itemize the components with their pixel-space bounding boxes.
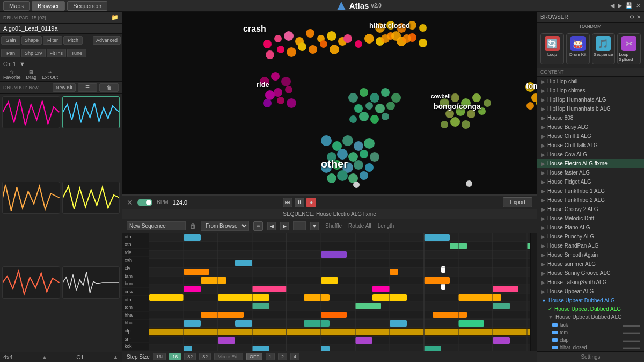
shpcrv-btn[interactable]: Shp Crv [21, 49, 46, 57]
ct-sequence-btn[interactable]: 🎵 Sequence [592, 33, 616, 64]
kit-item-tom[interactable]: tom ▬▬▬▬ [537, 329, 644, 336]
list-item[interactable]: ▶Hip Hop chimes [537, 86, 644, 95]
kit-delete-btn[interactable]: 🗑 [99, 83, 119, 92]
extout-btn[interactable]: → Ext Out [42, 69, 58, 80]
list-item[interactable]: ▶House Chill 1 ALG [537, 132, 644, 141]
ct-drumkit-btn[interactable]: 🥁 Drum Kit [566, 33, 590, 64]
oct-up[interactable]: ▲ [113, 354, 119, 360]
list-item[interactable]: ▶House Smooth Again [537, 250, 644, 259]
drum-pad-6[interactable] [62, 266, 120, 299]
drag-btn[interactable]: ⊞ Drag [26, 69, 37, 80]
rewind-btn[interactable]: ⏮ [283, 198, 292, 207]
pitch-btn[interactable]: Pitch [63, 36, 83, 45]
list-item[interactable]: ▶House faster ALG [537, 168, 644, 177]
list-item[interactable]: ▶House summer ALG [537, 259, 644, 269]
favorite-btn[interactable]: ☆ Favorite [3, 69, 21, 80]
gain-btn[interactable]: Gain [1, 36, 20, 45]
step-16[interactable]: 16 [169, 353, 181, 360]
step-32b[interactable]: 32 [199, 353, 211, 360]
back-icon[interactable]: ◀ [610, 2, 614, 9]
drum-pad-label: DRUM PAD: 15 [02] [3, 15, 46, 20]
atlas-viz[interactable]: crash hihat closed ride cowbell bongo/co… [122, 12, 537, 194]
list-item[interactable]: ▶House Chill Talk ALG [537, 141, 644, 150]
tab-browser[interactable]: Browser [32, 1, 65, 11]
forward-icon[interactable]: ▶ [618, 2, 622, 9]
file-icon[interactable]: 📁 [111, 14, 119, 21]
seq-grid-area[interactable] [149, 233, 530, 351]
list-item[interactable]: ▶House TalkingSynth ALG [537, 278, 644, 287]
close-icon[interactable]: ✕ [636, 2, 641, 9]
count-2-btn[interactable]: 2 [278, 353, 287, 360]
list-item[interactable]: ▶House FunkTribe 1 ALG [537, 186, 644, 196]
save-icon[interactable]: 💾 [625, 2, 633, 9]
list-item[interactable]: ▶House Groovy 2 ALG [537, 205, 644, 214]
mirror-edit-btn[interactable]: Mirror Edit [214, 353, 243, 360]
seq-name-input[interactable] [127, 221, 186, 230]
list-item[interactable]: ▶House 808 [537, 113, 644, 122]
seq-scrollbar[interactable] [530, 233, 537, 351]
seq-delete-icon[interactable]: 🗑 [190, 222, 196, 230]
list-item-selected[interactable]: ▶House Electro ALG fixme [537, 159, 644, 168]
list-item[interactable]: ▶House FunkTribe 2 ALG [537, 196, 644, 205]
play-pause-btn[interactable]: ⏸ [295, 198, 304, 207]
list-item[interactable]: ▶House Sunny Groove ALG [537, 269, 644, 278]
browser-close-icon[interactable]: ✕ [636, 14, 641, 20]
filter-btn[interactable]: Filter [43, 36, 62, 45]
new-kit-btn[interactable]: New Kit [53, 83, 76, 92]
shuffle-icon[interactable]: ≋ [253, 221, 263, 231]
from-browser-select[interactable]: From Browser [201, 221, 249, 231]
ct-loop-btn[interactable]: 🔄 Loop [540, 33, 564, 64]
ts-up[interactable]: ▲ [42, 354, 48, 360]
count-1-btn[interactable]: 1 [266, 353, 275, 360]
list-item[interactable]: ▶Hip Hop chill [537, 77, 644, 86]
count-4-btn[interactable]: 4 [290, 353, 299, 360]
seq-close-btn[interactable]: ✕ [127, 198, 133, 207]
content-type-row: 🔄 Loop 🥁 Drum Kit 🎵 Sequence ✂ Loop Spli… [537, 30, 644, 68]
list-item[interactable]: ▶House Fidget ALG [537, 177, 644, 186]
len-dropdown[interactable]: ▼ [310, 222, 319, 230]
tune-btn[interactable]: Tune [67, 49, 86, 57]
list-item[interactable]: ▶House RandPan ALG [537, 241, 644, 250]
list-item[interactable]: ▶House Busy ALG [537, 122, 644, 132]
drum-pad-3[interactable] [2, 182, 60, 214]
shape-btn[interactable]: Shape [21, 36, 42, 45]
mirror-off-btn[interactable]: OFF [246, 353, 262, 360]
kit-menu-btn[interactable]: ☰ [78, 83, 97, 92]
list-item[interactable]: ▶House Upbeat ALG [537, 287, 644, 296]
list-item[interactable]: ▶House Punchy ALG [537, 232, 644, 241]
prev-btn[interactable]: ◀ [267, 222, 276, 230]
list-item[interactable]: ▶House Piano ALG [537, 223, 644, 232]
pan-btn[interactable]: Pan [1, 49, 20, 57]
sub-item-checked[interactable]: ✓ House Upbeat Dubbed ALG [537, 305, 644, 313]
browser-nav-icon[interactable]: ⚙ [630, 14, 634, 20]
list-item[interactable]: ▶HipHop Humanhats b ALG [537, 104, 644, 113]
drum-pad-4[interactable] [62, 182, 120, 214]
fitins-btn[interactable]: Fit Ins [47, 49, 67, 57]
drum-pad-2[interactable] [62, 96, 120, 128]
drum-pad-5[interactable] [2, 266, 60, 299]
list-item-expanded-1[interactable]: ▼House Upbeat Dubbed ALG [537, 296, 644, 305]
settings-btn[interactable]: Settings [537, 351, 644, 362]
record-btn[interactable]: ● [306, 198, 316, 207]
ct-splice-btn[interactable]: ✂ Loop Spliced [617, 33, 641, 64]
length-input[interactable]: 8 [293, 221, 306, 230]
kit-item-hhclosed[interactable]: hihat_closed ▬▬▬▬ [537, 344, 644, 351]
export-btn[interactable]: Export [503, 197, 532, 207]
next-btn[interactable]: ▶ [280, 222, 289, 230]
step-16t[interactable]: 16t [153, 353, 166, 360]
step-32a[interactable]: 32 [184, 353, 196, 360]
list-item[interactable]: ▶House Cow ALG [537, 150, 644, 159]
ch-dropdown[interactable]: ▼ [19, 61, 25, 67]
tab-maps[interactable]: Maps [3, 1, 30, 11]
advanced-btn[interactable]: Advanced [93, 36, 121, 45]
sub-item[interactable]: ▼ House Upbeat Dubbed ALG [537, 313, 644, 321]
svg-rect-133 [424, 234, 450, 241]
list-item[interactable]: ▶House Melodic Drift [537, 214, 644, 223]
kit-item-kick[interactable]: kick ▬▬▬▬ [537, 321, 644, 329]
bpm-value[interactable]: 124.0 [173, 199, 188, 206]
tab-sequencer[interactable]: Sequencer [67, 1, 107, 11]
drum-pad-1[interactable] [2, 96, 60, 128]
bpm-toggle[interactable] [137, 199, 152, 206]
kit-item-clap[interactable]: clap ▬▬▬▬ [537, 336, 644, 344]
list-item[interactable]: ▶HipHop Humanhats ALG [537, 95, 644, 104]
